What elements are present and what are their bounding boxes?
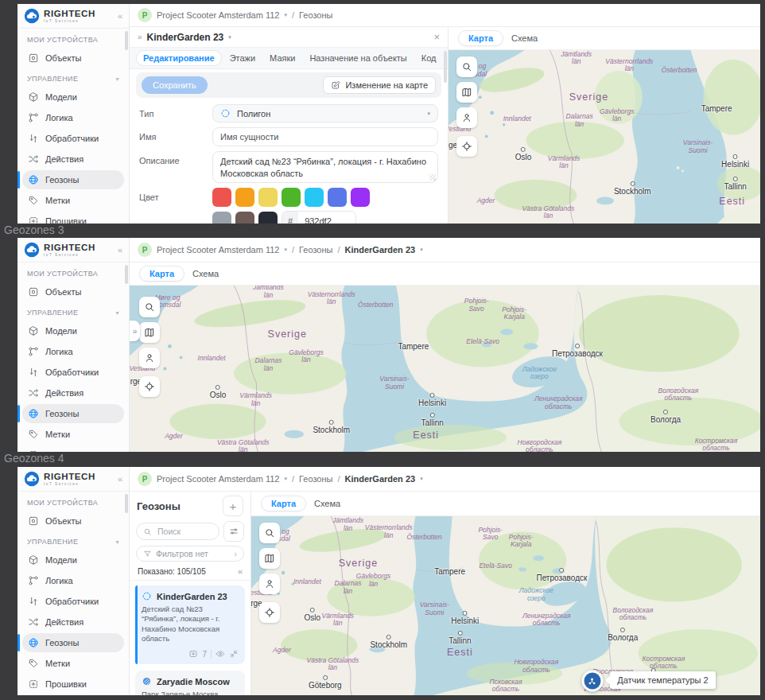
tab-scheme[interactable]: Схема — [314, 499, 340, 508]
color-swatch[interactable] — [235, 212, 254, 224]
type-select[interactable]: Полигон ▾ — [212, 104, 438, 122]
sidebar-item[interactable]: Метки — [22, 425, 124, 444]
breadcrumb-entity[interactable]: KinderGarden 23 — [344, 474, 415, 484]
editor-tab[interactable]: Редактирование — [136, 50, 222, 66]
project-avatar[interactable]: P — [138, 243, 152, 257]
sidebar-item[interactable]: Действия — [22, 150, 124, 169]
map-locate-button[interactable] — [456, 136, 477, 157]
editor-scrollbar[interactable] — [444, 51, 447, 83]
tab-map[interactable]: Карта — [261, 496, 306, 511]
device-tooltip[interactable]: Датчик температуры 2 — [610, 671, 716, 689]
sidebar-item[interactable]: Геозоны — [22, 404, 124, 423]
map-locate-button[interactable] — [139, 376, 160, 397]
chevron-down-icon[interactable]: ▾ — [116, 309, 119, 317]
breadcrumb-geozones[interactable]: Геозоны — [299, 474, 332, 484]
sidebar-item[interactable]: Метки — [22, 191, 124, 210]
sidebar-collapse-icon[interactable]: « — [118, 245, 122, 255]
chevron-down-icon[interactable]: ▾ — [284, 12, 287, 18]
map-canvas[interactable]: Jämtlands länMøre og RomsdalVästernorrla… — [130, 286, 760, 452]
hex-value[interactable]: 932df2 — [298, 212, 355, 224]
chevron-down-icon[interactable]: ▾ — [284, 476, 287, 482]
sidebar-item[interactable]: Обработчики — [22, 363, 124, 382]
chevron-down-icon[interactable]: ▾ — [116, 76, 119, 83]
name-field[interactable] — [212, 127, 438, 146]
breadcrumb-project[interactable]: Project Scooter Amsterdam 112 — [157, 474, 279, 484]
geozone-card[interactable]: Zaryadie Moscow Парк Зарядье Москва цент… — [135, 671, 245, 695]
sidebar-collapse-icon[interactable]: « — [118, 474, 122, 484]
sidebar-item[interactable]: Объекты — [22, 49, 124, 68]
map-objects-button[interactable] — [456, 107, 477, 128]
color-swatch[interactable] — [258, 188, 278, 207]
sidebar-item[interactable]: Прошивки — [22, 675, 124, 694]
sidebar-scrollbar[interactable] — [125, 265, 128, 284]
chevron-down-icon[interactable]: ▾ — [420, 476, 423, 482]
edit-on-map-button[interactable]: Изменение на карте — [323, 76, 436, 94]
breadcrumb-geozones[interactable]: Геозоны — [299, 10, 332, 20]
color-swatch[interactable] — [212, 188, 231, 207]
sidebar-item[interactable]: Действия — [22, 383, 124, 402]
sidebar-scrollbar[interactable] — [125, 494, 128, 513]
sidebar-item[interactable]: Прошивки — [22, 212, 124, 224]
map-layers-button[interactable] — [259, 548, 280, 569]
project-avatar[interactable]: P — [138, 472, 152, 486]
map-search-button[interactable] — [259, 523, 280, 543]
sidebar-item[interactable]: Объекты — [22, 282, 124, 301]
sidebar-item[interactable]: Модели — [22, 321, 124, 340]
sidebar-scrollbar[interactable] — [125, 31, 128, 50]
panel-collapse-icon[interactable]: « — [238, 566, 243, 576]
save-button[interactable]: Сохранить — [142, 76, 208, 94]
color-swatch[interactable] — [212, 212, 231, 224]
tab-map[interactable]: Карта — [139, 266, 184, 282]
app-logo[interactable]: RIGHTECH IoT Services « — [17, 467, 129, 492]
app-logo[interactable]: RIGHTECH IoT Services « — [17, 238, 129, 262]
filter-button[interactable]: Фильтров нет › — [136, 546, 244, 562]
map-canvas[interactable]: Jämtlands länMøre og RomsdalVästernorrla… — [449, 50, 760, 224]
map-locate-button[interactable] — [259, 602, 280, 623]
color-swatch[interactable] — [282, 188, 301, 207]
sidebar-item[interactable]: Логика — [22, 342, 124, 361]
tab-map[interactable]: Карта — [458, 30, 503, 46]
sidebar-item[interactable]: Модели — [22, 88, 124, 107]
sidebar-item[interactable]: Модели — [22, 550, 124, 570]
sidebar-item[interactable]: Объекты — [22, 511, 124, 531]
chevron-down-icon[interactable]: ▾ — [284, 247, 287, 253]
sidebar-item[interactable]: Обработчики — [22, 592, 124, 611]
breadcrumb-project[interactable]: Project Scooter Amsterdam 112 — [157, 10, 279, 20]
map-objects-button[interactable] — [259, 574, 280, 594]
add-geozone-button[interactable]: + — [223, 496, 243, 516]
sidebar-item[interactable]: Логика — [22, 571, 124, 590]
sidebar-item[interactable]: Прошивки — [22, 445, 124, 452]
map-canvas[interactable]: Jämtlands länMøre og RomsdalVästernorrla… — [251, 516, 760, 695]
tab-scheme[interactable]: Схема — [192, 269, 219, 278]
chevron-down-icon[interactable]: ▾ — [420, 247, 423, 253]
device-marker[interactable] — [581, 671, 603, 692]
chevron-down-icon[interactable]: ▾ — [116, 539, 119, 546]
panel-expand-handle[interactable]: » — [130, 321, 140, 341]
collapse-icon[interactable] — [229, 649, 239, 659]
sidebar-item[interactable]: Действия — [22, 612, 124, 632]
filter-settings-button[interactable] — [223, 521, 244, 542]
description-field[interactable]: Детский сад №23 “Рябинка”, локация - г. … — [212, 151, 438, 183]
color-swatch[interactable] — [351, 188, 370, 207]
panel-expand-icon[interactable]: » — [138, 33, 142, 41]
tab-scheme[interactable]: Схема — [511, 33, 538, 43]
eye-icon[interactable] — [216, 649, 225, 659]
editor-tab[interactable]: Код — [415, 51, 443, 65]
breadcrumb-entity[interactable]: KinderGarden 23 — [344, 245, 415, 255]
sidebar-item[interactable]: Обработчики — [22, 129, 124, 148]
sidebar-collapse-icon[interactable]: « — [118, 11, 122, 21]
sidebar-item[interactable]: Геозоны — [22, 633, 124, 652]
geozone-card[interactable]: KinderGarden 23 Детский сад №23 “Рябинка… — [135, 585, 245, 664]
color-swatch[interactable] — [305, 188, 324, 207]
close-icon[interactable]: × — [433, 31, 440, 43]
geozone-title[interactable]: KinderGarden 23 — [147, 32, 224, 43]
chevron-down-icon[interactable]: ▾ — [228, 34, 231, 41]
hex-color-input[interactable]: # 932df2 — [282, 211, 356, 224]
map-search-button[interactable] — [456, 56, 477, 77]
search-input[interactable] — [156, 526, 212, 537]
map-objects-button[interactable] — [139, 348, 160, 368]
map-search-button[interactable] — [139, 297, 160, 317]
color-swatch[interactable] — [258, 212, 278, 224]
project-avatar[interactable]: P — [138, 8, 152, 22]
editor-tab[interactable]: Маяки — [263, 51, 301, 65]
